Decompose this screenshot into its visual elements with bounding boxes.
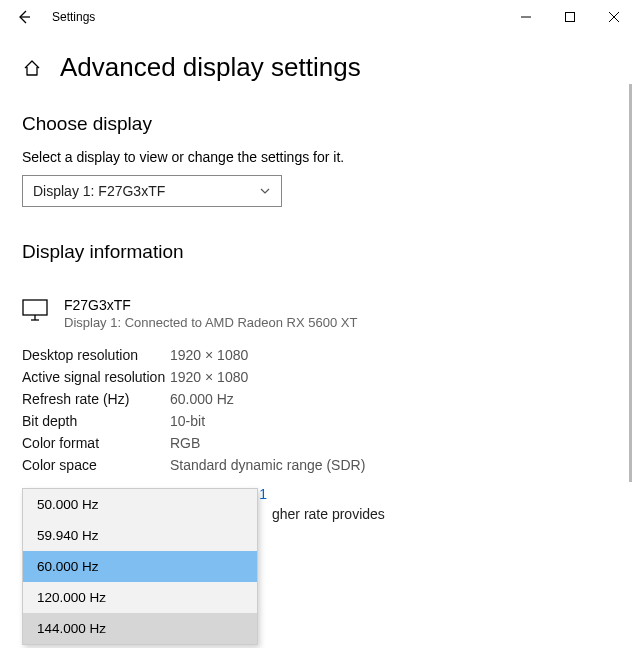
refresh-rate-dropdown-list[interactable]: 50.000 Hz59.940 Hz60.000 Hz120.000 Hz144… xyxy=(22,488,258,645)
info-value: Standard dynamic range (SDR) xyxy=(170,454,365,476)
display-info-block: F27G3xTF Display 1: Connected to AMD Rad… xyxy=(22,297,614,330)
maximize-button[interactable] xyxy=(548,2,592,32)
info-row: Color spaceStandard dynamic range (SDR) xyxy=(22,454,365,476)
close-icon xyxy=(608,11,620,23)
display-select-value: Display 1: F27G3xTF xyxy=(33,183,165,199)
info-value: 10-bit xyxy=(170,410,365,432)
refresh-rate-help-text: gher rate provides xyxy=(272,506,385,522)
refresh-rate-option[interactable]: 60.000 Hz xyxy=(23,551,257,582)
chevron-down-icon xyxy=(259,185,271,197)
display-select-dropdown[interactable]: Display 1: F27G3xTF xyxy=(22,175,282,207)
info-value: RGB xyxy=(170,432,365,454)
display-info-heading: Display information xyxy=(22,241,614,263)
info-row: Refresh rate (Hz)60.000 Hz xyxy=(22,388,365,410)
refresh-rate-option[interactable]: 50.000 Hz xyxy=(23,489,257,520)
back-arrow-icon xyxy=(16,9,32,25)
info-value: 1920 × 1080 xyxy=(170,366,365,388)
info-label: Color space xyxy=(22,454,170,476)
display-info-table: Desktop resolution1920 × 1080Active sign… xyxy=(22,344,365,476)
refresh-rate-option[interactable]: 120.000 Hz xyxy=(23,582,257,613)
info-value: 1920 × 1080 xyxy=(170,344,365,366)
app-name: Settings xyxy=(52,10,95,24)
maximize-icon xyxy=(564,11,576,23)
page-header: Advanced display settings xyxy=(22,52,614,83)
back-button[interactable] xyxy=(10,9,38,25)
window-controls xyxy=(504,2,636,32)
choose-display-subtext: Select a display to view or change the s… xyxy=(22,149,614,165)
info-row: Desktop resolution1920 × 1080 xyxy=(22,344,365,366)
info-label: Color format xyxy=(22,432,170,454)
minimize-button[interactable] xyxy=(504,2,548,32)
page-title: Advanced display settings xyxy=(60,52,361,83)
svg-rect-5 xyxy=(23,300,47,315)
info-row: Active signal resolution1920 × 1080 xyxy=(22,366,365,388)
scrollbar[interactable] xyxy=(629,84,632,482)
info-label: Active signal resolution xyxy=(22,366,170,388)
refresh-rate-option[interactable]: 144.000 Hz xyxy=(23,613,257,644)
refresh-rate-option[interactable]: 59.940 Hz xyxy=(23,520,257,551)
info-row: Color formatRGB xyxy=(22,432,365,454)
info-label: Desktop resolution xyxy=(22,344,170,366)
display-connection: Display 1: Connected to AMD Radeon RX 56… xyxy=(64,315,357,330)
home-icon xyxy=(22,58,42,78)
svg-rect-2 xyxy=(566,13,575,22)
info-label: Bit depth xyxy=(22,410,170,432)
info-label: Refresh rate (Hz) xyxy=(22,388,170,410)
info-value: 60.000 Hz xyxy=(170,388,365,410)
monitor-icon xyxy=(22,299,48,321)
title-bar: Settings xyxy=(0,0,636,34)
minimize-icon xyxy=(520,11,532,23)
close-button[interactable] xyxy=(592,2,636,32)
display-model: F27G3xTF xyxy=(64,297,357,313)
info-row: Bit depth10-bit xyxy=(22,410,365,432)
choose-display-heading: Choose display xyxy=(22,113,614,135)
home-button[interactable] xyxy=(22,58,42,78)
